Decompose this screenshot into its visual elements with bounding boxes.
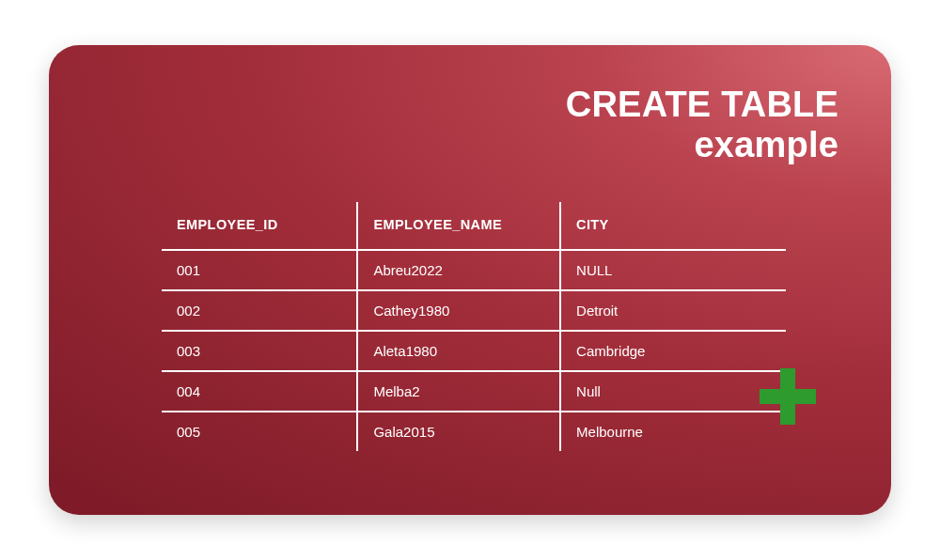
table-row: 001 Abreu2022 NULL bbox=[161, 250, 787, 290]
column-header-city: CITY bbox=[560, 201, 787, 250]
cell-city: Detroit bbox=[560, 290, 787, 331]
page-title: CREATE TABLE example bbox=[566, 85, 838, 164]
cell-employee-name: Cathey1980 bbox=[357, 290, 560, 331]
cell-employee-id: 001 bbox=[161, 250, 357, 290]
employee-table: EMPLOYEE_ID EMPLOYEE_NAME CITY 001 Abreu… bbox=[160, 200, 788, 453]
table-row: 002 Cathey1980 Detroit bbox=[161, 290, 787, 331]
table-row: 005 Gala2015 Melbourne bbox=[161, 412, 787, 452]
table-row: 003 Aleta1980 Cambridge bbox=[161, 331, 787, 371]
cell-city: Cambridge bbox=[560, 331, 787, 371]
cell-employee-name: Gala2015 bbox=[357, 412, 560, 452]
column-header-employee-id: EMPLOYEE_ID bbox=[161, 201, 357, 250]
table-header-row: EMPLOYEE_ID EMPLOYEE_NAME CITY bbox=[161, 201, 787, 250]
cell-employee-name: Melba2 bbox=[357, 371, 560, 412]
cell-employee-name: Aleta1980 bbox=[357, 331, 560, 371]
column-header-employee-name: EMPLOYEE_NAME bbox=[357, 201, 560, 250]
cell-city: Null bbox=[560, 371, 787, 412]
cell-employee-id: 004 bbox=[161, 371, 357, 412]
cell-employee-id: 002 bbox=[161, 290, 357, 331]
title-line-1: CREATE TABLE bbox=[566, 85, 838, 125]
title-line-2: example bbox=[566, 125, 838, 165]
card: CREATE TABLE example EMPLOYEE_ID EMPLOYE… bbox=[49, 45, 891, 515]
plus-icon bbox=[758, 366, 818, 427]
svg-rect-1 bbox=[760, 389, 816, 404]
cell-city: Melbourne bbox=[560, 412, 787, 452]
cell-city: NULL bbox=[560, 250, 787, 290]
cell-employee-name: Abreu2022 bbox=[357, 250, 560, 290]
table-row: 004 Melba2 Null bbox=[161, 371, 787, 412]
cell-employee-id: 005 bbox=[161, 412, 357, 452]
cell-employee-id: 003 bbox=[161, 331, 357, 371]
